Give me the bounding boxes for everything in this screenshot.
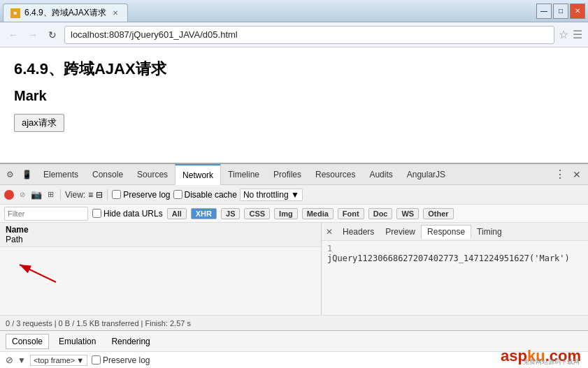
console-preserve-log-text: Preserve log — [103, 355, 150, 365]
detail-view-icon[interactable]: ⊟ — [96, 190, 103, 200]
bookmark-icon[interactable]: ☆ — [559, 28, 568, 41]
browser-window: ■ 6.4.9、跨域AJAX请求 ✕ — □ ✕ ← → ↻ ☆ ☰ 6.4.9… — [0, 0, 588, 368]
filter-css-button[interactable]: CSS — [244, 208, 270, 219]
refresh-button[interactable]: ↻ — [45, 27, 60, 43]
ajax-request-button[interactable]: ajax请求 — [14, 114, 64, 132]
console-bar: Console Emulation Rendering — [0, 330, 588, 351]
devtools-tab-profiles[interactable]: Profiles — [266, 164, 308, 185]
name-column-header: NamePath — [6, 225, 29, 244]
devtools-content: NamePath — [0, 223, 588, 315]
console-preserve-log-label[interactable]: Preserve log — [92, 355, 150, 365]
separator — [60, 189, 61, 200]
tab-area: ■ 6.4.9、跨域AJAX请求 ✕ — [3, 0, 533, 22]
minimize-button[interactable]: — — [536, 3, 552, 19]
devtools-logo-icon: ⚙ — [3, 168, 17, 182]
devtools-tab-network[interactable]: Network — [175, 164, 221, 185]
console-preserve-log-checkbox[interactable] — [92, 355, 101, 365]
devtools-tab-resources[interactable]: Resources — [308, 164, 362, 185]
address-bar: ← → ↻ ☆ ☰ — [0, 22, 588, 47]
frame-select[interactable]: <top frame> ▼ — [30, 355, 87, 366]
hide-data-urls-text: Hide data URLs — [103, 209, 163, 219]
devtools-tab-angularjs[interactable]: AngularJS — [400, 164, 452, 185]
tab-favicon: ■ — [10, 8, 20, 18]
response-body: 1 jQuery11230668627207402773_14712249516… — [322, 241, 588, 266]
tab-close-button[interactable]: ✕ — [110, 8, 120, 18]
line-number: 1 — [327, 244, 332, 253]
response-tabs: ✕ Headers Preview Response Timing — [322, 223, 588, 241]
console-tab-console[interactable]: Console — [6, 334, 49, 349]
response-tab-headers[interactable]: Headers — [337, 226, 380, 238]
forward-button[interactable]: → — [25, 27, 41, 43]
requests-panel: NamePath — [0, 223, 322, 315]
devtools-tab-console[interactable]: Console — [85, 164, 130, 185]
devtools-close-icon[interactable]: ✕ — [568, 168, 585, 182]
filter-all-button[interactable]: All — [167, 208, 187, 219]
window-controls: — □ ✕ — [536, 3, 585, 19]
page-content: 6.4.9、跨域AJAX请求 Mark ajax请求 ⚙ 📱 Elements … — [0, 47, 588, 368]
devtools-device-icon: 📱 — [20, 168, 34, 182]
view-label: View: — [65, 190, 85, 200]
devtools-status-bar: 0 / 3 requests | 0 B / 1.5 KB transferre… — [0, 315, 588, 330]
console-filter-icon: ▼ — [17, 355, 26, 365]
filter-font-button[interactable]: Font — [338, 208, 364, 219]
page-subtitle: Mark — [14, 88, 574, 104]
filter-icon[interactable]: ⊞ — [45, 189, 56, 200]
tab-title: 6.4.9、跨域AJAX请求 — [24, 7, 106, 19]
list-view-icon[interactable]: ≡ — [88, 190, 93, 200]
devtools-panel: ⚙ 📱 Elements Console Sources Network Tim… — [0, 163, 588, 330]
disable-cache-checkbox[interactable] — [173, 190, 182, 199]
console-tab-emulation[interactable]: Emulation — [53, 334, 101, 348]
devtools-tab-timeline[interactable]: Timeline — [221, 164, 266, 185]
filter-input[interactable] — [4, 207, 88, 221]
devtools-more-icon[interactable]: ⋮ — [554, 168, 566, 181]
network-toolbar: ⊘ 📷 ⊞ View: ≡ ⊟ Preserve log Disable cac… — [0, 185, 588, 205]
response-tab-timing[interactable]: Timing — [471, 226, 508, 238]
filter-doc-button[interactable]: Doc — [368, 208, 393, 219]
devtools-end-controls: ⋮ ✕ — [554, 168, 585, 182]
response-close-icon[interactable]: ✕ — [326, 227, 333, 237]
main-content: 6.4.9、跨域AJAX请求 Mark ajax请求 — [0, 47, 588, 163]
close-button[interactable]: ✕ — [570, 3, 585, 19]
devtools-tab-audits[interactable]: Audits — [362, 164, 399, 185]
filter-media-button[interactable]: Media — [302, 208, 334, 219]
title-bar: ■ 6.4.9、跨域AJAX请求 ✕ — □ ✕ — [0, 0, 588, 22]
stop-button[interactable]: ⊘ — [17, 189, 28, 200]
back-button[interactable]: ← — [6, 27, 21, 43]
filter-img-button[interactable]: Img — [274, 208, 298, 219]
filter-bar: Hide data URLs All XHR JS CSS Img Media … — [0, 205, 588, 223]
console-input-bar: ⊘ ▼ <top frame> ▼ Preserve log — [0, 351, 588, 368]
devtools-tab-sources[interactable]: Sources — [130, 164, 175, 185]
disable-cache-label[interactable]: Disable cache — [173, 190, 237, 200]
watermark-sub: 免费网站源码下载网 — [523, 358, 580, 367]
preserve-log-label[interactable]: Preserve log — [112, 190, 170, 200]
browser-tab[interactable]: ■ 6.4.9、跨域AJAX请求 ✕ — [3, 3, 128, 22]
response-content: jQuery11230668627207402773_1471224951627… — [327, 253, 570, 263]
filter-xhr-button[interactable]: XHR — [191, 208, 217, 219]
filter-other-button[interactable]: Other — [423, 208, 453, 219]
devtools-tab-elements[interactable]: Elements — [36, 164, 85, 185]
disable-cache-text: Disable cache — [185, 190, 237, 200]
record-button[interactable] — [4, 190, 14, 200]
requests-body — [0, 247, 321, 315]
requests-header: NamePath — [0, 223, 321, 247]
camera-icon[interactable]: 📷 — [31, 189, 42, 200]
filter-js-button[interactable]: JS — [221, 208, 240, 219]
console-prompt-icon: ⊘ — [6, 355, 13, 365]
preserve-log-checkbox[interactable] — [112, 190, 121, 199]
address-input[interactable] — [64, 26, 554, 44]
devtools-tabs: ⚙ 📱 Elements Console Sources Network Tim… — [0, 164, 588, 185]
hide-data-urls-label[interactable]: Hide data URLs — [92, 209, 163, 219]
arrow-annotation-left — [0, 247, 140, 303]
filter-ws-button[interactable]: WS — [396, 208, 419, 219]
separator2 — [107, 189, 108, 200]
preserve-log-text: Preserve log — [123, 190, 170, 200]
console-tab-rendering[interactable]: Rendering — [106, 334, 155, 348]
maximize-button[interactable]: □ — [553, 3, 568, 19]
menu-icon[interactable]: ☰ — [573, 28, 582, 41]
throttle-select[interactable]: No throttling ▼ — [240, 189, 303, 201]
page-title: 6.4.9、跨域AJAX请求 — [14, 59, 574, 80]
hide-data-urls-checkbox[interactable] — [92, 209, 101, 218]
status-text: 0 / 3 requests | 0 B / 1.5 KB transferre… — [6, 319, 191, 327]
response-tab-preview[interactable]: Preview — [380, 226, 421, 238]
response-tab-response[interactable]: Response — [421, 225, 471, 239]
